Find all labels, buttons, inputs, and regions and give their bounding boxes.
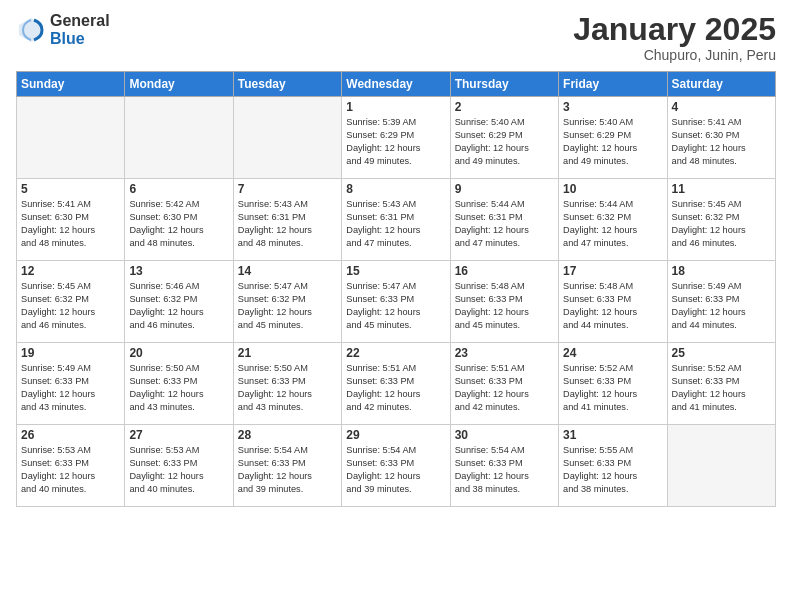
table-row: 29Sunrise: 5:54 AMSunset: 6:33 PMDayligh… <box>342 425 450 507</box>
day-number: 20 <box>129 346 228 360</box>
day-number: 27 <box>129 428 228 442</box>
day-number: 15 <box>346 264 445 278</box>
table-row: 6Sunrise: 5:42 AMSunset: 6:30 PMDaylight… <box>125 179 233 261</box>
day-number: 29 <box>346 428 445 442</box>
logo-blue: Blue <box>50 30 110 48</box>
header-tuesday: Tuesday <box>233 72 341 97</box>
day-number: 14 <box>238 264 337 278</box>
day-number: 16 <box>455 264 554 278</box>
header-sunday: Sunday <box>17 72 125 97</box>
table-row: 25Sunrise: 5:52 AMSunset: 6:33 PMDayligh… <box>667 343 775 425</box>
logo-text: General Blue <box>50 12 110 47</box>
day-number: 28 <box>238 428 337 442</box>
day-number: 13 <box>129 264 228 278</box>
table-row: 28Sunrise: 5:54 AMSunset: 6:33 PMDayligh… <box>233 425 341 507</box>
day-info: Sunrise: 5:41 AMSunset: 6:30 PMDaylight:… <box>21 198 120 250</box>
day-number: 31 <box>563 428 662 442</box>
day-number: 21 <box>238 346 337 360</box>
day-info: Sunrise: 5:54 AMSunset: 6:33 PMDaylight:… <box>346 444 445 496</box>
day-info: Sunrise: 5:44 AMSunset: 6:32 PMDaylight:… <box>563 198 662 250</box>
day-info: Sunrise: 5:45 AMSunset: 6:32 PMDaylight:… <box>672 198 771 250</box>
day-number: 8 <box>346 182 445 196</box>
table-row: 23Sunrise: 5:51 AMSunset: 6:33 PMDayligh… <box>450 343 558 425</box>
day-number: 7 <box>238 182 337 196</box>
day-number: 1 <box>346 100 445 114</box>
day-info: Sunrise: 5:43 AMSunset: 6:31 PMDaylight:… <box>346 198 445 250</box>
day-number: 4 <box>672 100 771 114</box>
day-info: Sunrise: 5:44 AMSunset: 6:31 PMDaylight:… <box>455 198 554 250</box>
table-row: 19Sunrise: 5:49 AMSunset: 6:33 PMDayligh… <box>17 343 125 425</box>
day-info: Sunrise: 5:51 AMSunset: 6:33 PMDaylight:… <box>346 362 445 414</box>
header-thursday: Thursday <box>450 72 558 97</box>
month-title: January 2025 <box>573 12 776 47</box>
table-row: 11Sunrise: 5:45 AMSunset: 6:32 PMDayligh… <box>667 179 775 261</box>
day-number: 30 <box>455 428 554 442</box>
day-info: Sunrise: 5:53 AMSunset: 6:33 PMDaylight:… <box>129 444 228 496</box>
table-row <box>233 97 341 179</box>
table-row: 2Sunrise: 5:40 AMSunset: 6:29 PMDaylight… <box>450 97 558 179</box>
day-info: Sunrise: 5:45 AMSunset: 6:32 PMDaylight:… <box>21 280 120 332</box>
header-monday: Monday <box>125 72 233 97</box>
day-number: 2 <box>455 100 554 114</box>
day-info: Sunrise: 5:46 AMSunset: 6:32 PMDaylight:… <box>129 280 228 332</box>
week-row-0: 1Sunrise: 5:39 AMSunset: 6:29 PMDaylight… <box>17 97 776 179</box>
day-number: 3 <box>563 100 662 114</box>
day-info: Sunrise: 5:47 AMSunset: 6:33 PMDaylight:… <box>346 280 445 332</box>
table-row: 21Sunrise: 5:50 AMSunset: 6:33 PMDayligh… <box>233 343 341 425</box>
table-row: 18Sunrise: 5:49 AMSunset: 6:33 PMDayligh… <box>667 261 775 343</box>
day-info: Sunrise: 5:52 AMSunset: 6:33 PMDaylight:… <box>672 362 771 414</box>
header-saturday: Saturday <box>667 72 775 97</box>
header: General Blue January 2025 Chupuro, Junin… <box>16 12 776 63</box>
header-friday: Friday <box>559 72 667 97</box>
day-info: Sunrise: 5:49 AMSunset: 6:33 PMDaylight:… <box>21 362 120 414</box>
table-row: 14Sunrise: 5:47 AMSunset: 6:32 PMDayligh… <box>233 261 341 343</box>
table-row: 5Sunrise: 5:41 AMSunset: 6:30 PMDaylight… <box>17 179 125 261</box>
day-number: 10 <box>563 182 662 196</box>
day-number: 9 <box>455 182 554 196</box>
logo: General Blue <box>16 12 110 47</box>
table-row: 16Sunrise: 5:48 AMSunset: 6:33 PMDayligh… <box>450 261 558 343</box>
week-row-1: 5Sunrise: 5:41 AMSunset: 6:30 PMDaylight… <box>17 179 776 261</box>
table-row: 1Sunrise: 5:39 AMSunset: 6:29 PMDaylight… <box>342 97 450 179</box>
calendar-table: Sunday Monday Tuesday Wednesday Thursday… <box>16 71 776 507</box>
table-row: 10Sunrise: 5:44 AMSunset: 6:32 PMDayligh… <box>559 179 667 261</box>
page: General Blue January 2025 Chupuro, Junin… <box>0 0 792 612</box>
day-info: Sunrise: 5:48 AMSunset: 6:33 PMDaylight:… <box>455 280 554 332</box>
day-info: Sunrise: 5:39 AMSunset: 6:29 PMDaylight:… <box>346 116 445 168</box>
day-info: Sunrise: 5:48 AMSunset: 6:33 PMDaylight:… <box>563 280 662 332</box>
week-row-2: 12Sunrise: 5:45 AMSunset: 6:32 PMDayligh… <box>17 261 776 343</box>
logo-general: General <box>50 12 110 30</box>
table-row: 7Sunrise: 5:43 AMSunset: 6:31 PMDaylight… <box>233 179 341 261</box>
day-info: Sunrise: 5:55 AMSunset: 6:33 PMDaylight:… <box>563 444 662 496</box>
table-row: 3Sunrise: 5:40 AMSunset: 6:29 PMDaylight… <box>559 97 667 179</box>
table-row: 8Sunrise: 5:43 AMSunset: 6:31 PMDaylight… <box>342 179 450 261</box>
day-info: Sunrise: 5:47 AMSunset: 6:32 PMDaylight:… <box>238 280 337 332</box>
day-number: 26 <box>21 428 120 442</box>
table-row: 30Sunrise: 5:54 AMSunset: 6:33 PMDayligh… <box>450 425 558 507</box>
day-number: 24 <box>563 346 662 360</box>
table-row: 31Sunrise: 5:55 AMSunset: 6:33 PMDayligh… <box>559 425 667 507</box>
table-row: 13Sunrise: 5:46 AMSunset: 6:32 PMDayligh… <box>125 261 233 343</box>
header-wednesday: Wednesday <box>342 72 450 97</box>
day-info: Sunrise: 5:51 AMSunset: 6:33 PMDaylight:… <box>455 362 554 414</box>
day-number: 18 <box>672 264 771 278</box>
day-info: Sunrise: 5:53 AMSunset: 6:33 PMDaylight:… <box>21 444 120 496</box>
day-info: Sunrise: 5:54 AMSunset: 6:33 PMDaylight:… <box>455 444 554 496</box>
day-number: 6 <box>129 182 228 196</box>
day-number: 22 <box>346 346 445 360</box>
week-row-4: 26Sunrise: 5:53 AMSunset: 6:33 PMDayligh… <box>17 425 776 507</box>
table-row: 20Sunrise: 5:50 AMSunset: 6:33 PMDayligh… <box>125 343 233 425</box>
day-number: 5 <box>21 182 120 196</box>
table-row: 22Sunrise: 5:51 AMSunset: 6:33 PMDayligh… <box>342 343 450 425</box>
title-block: January 2025 Chupuro, Junin, Peru <box>573 12 776 63</box>
day-info: Sunrise: 5:41 AMSunset: 6:30 PMDaylight:… <box>672 116 771 168</box>
table-row: 12Sunrise: 5:45 AMSunset: 6:32 PMDayligh… <box>17 261 125 343</box>
day-number: 17 <box>563 264 662 278</box>
day-info: Sunrise: 5:52 AMSunset: 6:33 PMDaylight:… <box>563 362 662 414</box>
table-row <box>125 97 233 179</box>
day-number: 19 <box>21 346 120 360</box>
calendar-header-row: Sunday Monday Tuesday Wednesday Thursday… <box>17 72 776 97</box>
table-row: 24Sunrise: 5:52 AMSunset: 6:33 PMDayligh… <box>559 343 667 425</box>
table-row: 17Sunrise: 5:48 AMSunset: 6:33 PMDayligh… <box>559 261 667 343</box>
day-info: Sunrise: 5:50 AMSunset: 6:33 PMDaylight:… <box>238 362 337 414</box>
